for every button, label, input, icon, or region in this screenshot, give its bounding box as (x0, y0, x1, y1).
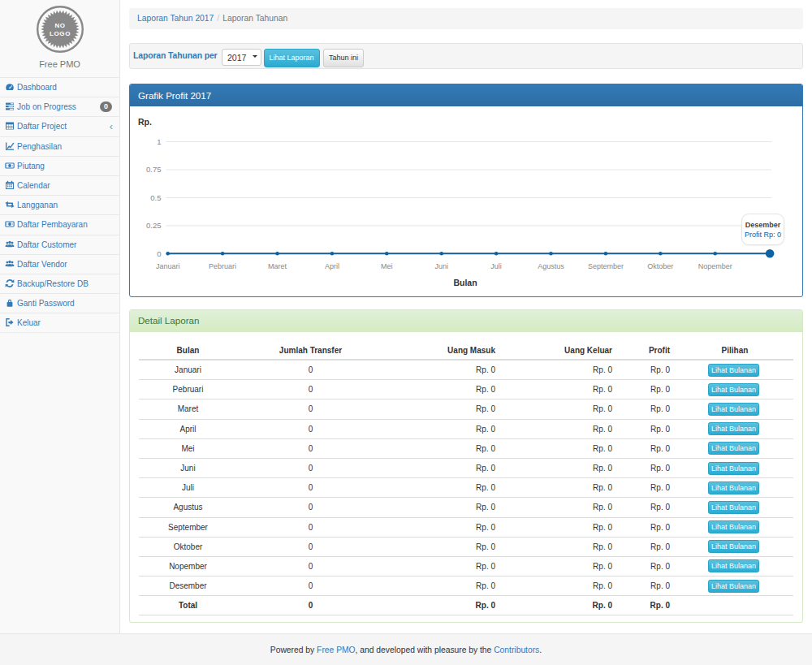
svg-text:0.25: 0.25 (146, 221, 162, 230)
svg-text:Mei: Mei (381, 262, 393, 270)
svg-text:Nopember: Nopember (698, 262, 732, 270)
svg-text:0.5: 0.5 (150, 193, 161, 202)
svg-text:Maret: Maret (268, 262, 287, 270)
svg-text:Januari: Januari (156, 262, 180, 270)
svg-text:September: September (588, 262, 624, 270)
svg-text:Pebruari: Pebruari (209, 262, 236, 270)
svg-text:0.75: 0.75 (146, 165, 162, 174)
svg-text:Oktober: Oktober (647, 262, 673, 270)
svg-text:Juni: Juni (434, 262, 448, 270)
svg-text:1: 1 (157, 137, 161, 146)
svg-text:NO: NO (54, 22, 65, 29)
svg-text:April: April (325, 262, 339, 270)
svg-text:LOGO: LOGO (50, 30, 71, 37)
svg-text:0: 0 (157, 249, 161, 258)
svg-text:Rp.: Rp. (138, 117, 152, 127)
svg-text:Bulan: Bulan (453, 278, 477, 287)
svg-text:Juli: Juli (490, 262, 502, 270)
svg-text:Agustus: Agustus (538, 262, 564, 270)
